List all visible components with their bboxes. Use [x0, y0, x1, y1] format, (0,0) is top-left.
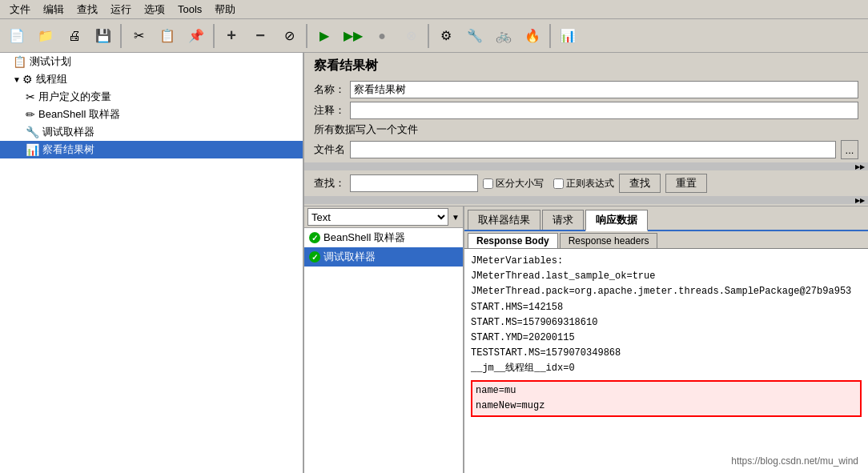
- search-label: 查找：: [314, 176, 345, 190]
- tree-item-debug[interactable]: 🔧 调试取样器: [0, 123, 303, 141]
- tree-label-test-plan: 测试计划: [30, 54, 71, 69]
- menu-help[interactable]: 帮助: [208, 1, 242, 18]
- highlight-line-0: name=mu: [476, 383, 857, 399]
- comment-input[interactable]: [350, 102, 858, 119]
- scroll-bar-1[interactable]: ▶▶: [304, 162, 868, 170]
- name-input[interactable]: [350, 81, 858, 98]
- tabs-row: 取样器结果 请求 响应数据: [464, 206, 868, 231]
- settings-button[interactable]: ⚙: [432, 22, 460, 50]
- circle-button[interactable]: ●: [368, 22, 396, 50]
- new-button[interactable]: 📄: [3, 22, 30, 50]
- menu-run[interactable]: 运行: [104, 1, 138, 18]
- tab-response-data[interactable]: 响应数据: [585, 210, 648, 231]
- result-tree-icon: 📊: [26, 143, 39, 156]
- play-button[interactable]: ▶: [311, 22, 338, 50]
- tree-item-test-plan[interactable]: 📋 测试计划: [0, 53, 303, 70]
- find-button[interactable]: 查找: [619, 174, 661, 193]
- regex-checkbox[interactable]: [553, 178, 564, 189]
- menu-file[interactable]: 文件: [3, 1, 37, 18]
- search-input[interactable]: [350, 174, 478, 192]
- remove-button[interactable]: −: [247, 22, 274, 50]
- format-dropdown[interactable]: Text: [307, 208, 448, 226]
- case-checkbox[interactable]: [483, 178, 493, 189]
- panel-title: 察看结果树: [304, 53, 868, 79]
- tree-item-thread-group[interactable]: ▼ ⚙ 线程组: [0, 70, 303, 88]
- tree-item-result-tree[interactable]: 📊 察看结果树: [0, 141, 303, 158]
- highlight-line-1: nameNew=mugz: [476, 399, 857, 414]
- left-panel: 📋 测试计划 ▼ ⚙ 线程组 ✂ 用户定义的变量 ✏ BeanShell 取样器…: [0, 53, 304, 473]
- expand-arrow: ▼: [13, 75, 21, 84]
- name-row: 名称：: [304, 79, 868, 100]
- comment-label: 注释：: [314, 103, 345, 118]
- result-item-debug[interactable]: ✓ 调试取样器: [304, 247, 463, 267]
- regex-label: 正则表达式: [566, 177, 614, 190]
- watermark: https://blog.csdn.net/mu_wind: [731, 455, 858, 467]
- response-line-2: JMeterThread.pack=org.apache.jmeter.thre…: [471, 284, 862, 299]
- sub-tab-response-body[interactable]: Response Body: [468, 233, 558, 248]
- test-plan-icon: 📋: [13, 55, 26, 68]
- case-checkbox-label[interactable]: 区分大小写: [483, 177, 544, 190]
- separator-1: [120, 24, 122, 48]
- dropdown-arrow[interactable]: ▼: [452, 213, 460, 222]
- browse-button[interactable]: ...: [841, 140, 858, 159]
- add-button[interactable]: +: [218, 22, 245, 50]
- response-line-3: START.HMS=142158: [471, 300, 862, 315]
- fire-button[interactable]: 🔥: [519, 22, 546, 50]
- search-row: 查找： 区分大小写 正则表达式 查找 重置: [304, 172, 868, 194]
- result-list-body: ✓ BeanShell 取样器 ✓ 调试取样器: [304, 228, 463, 473]
- toolbar: 📄 📁 🖨 💾 ✂ 📋 📌 + − ⊘ ▶ ▶▶ ● ⊗ ⚙ 🔧 🚲 🔥 📊: [0, 19, 868, 53]
- copy-button[interactable]: 📋: [154, 22, 181, 50]
- bottom-split: Text ▼ ✓ BeanShell 取样器 ✓ 调试取样器: [304, 206, 868, 473]
- response-content: JMeterVariables: JMeterThread.last_sampl…: [464, 249, 868, 473]
- response-line-7: __jm__线程组__idx=0: [471, 361, 862, 376]
- bike-button[interactable]: 🚲: [490, 22, 517, 50]
- scroll-bar-2[interactable]: ▶▶: [304, 196, 868, 204]
- filename-row: 文件名 ...: [304, 138, 868, 161]
- paste-button[interactable]: 📌: [183, 22, 210, 50]
- diagonal-button[interactable]: ⊘: [275, 22, 303, 50]
- fast-play-button[interactable]: ▶▶: [340, 22, 367, 50]
- separator-5: [549, 24, 551, 48]
- user-vars-icon: ✂: [26, 90, 35, 103]
- filename-label: 文件名: [314, 142, 345, 157]
- table-button[interactable]: 📊: [554, 22, 581, 50]
- result-list-header: Text ▼: [304, 206, 463, 228]
- separator-3: [306, 24, 307, 48]
- tree-item-beanshell[interactable]: ✏ BeanShell 取样器: [0, 106, 303, 123]
- filename-input[interactable]: [350, 141, 836, 158]
- menu-tools[interactable]: Tools: [171, 2, 208, 17]
- reset-button[interactable]: 重置: [665, 174, 707, 193]
- cut-button[interactable]: ✂: [125, 22, 152, 50]
- save-button[interactable]: 💾: [90, 22, 117, 50]
- open-button[interactable]: 📁: [32, 22, 59, 50]
- menubar: 文件 编辑 查找 运行 选项 Tools 帮助: [0, 0, 868, 19]
- menu-options[interactable]: 选项: [138, 1, 171, 18]
- stop-button[interactable]: ⊗: [397, 22, 424, 50]
- write-all-label: 所有数据写入一个文件: [304, 121, 868, 138]
- response-line-0: JMeterVariables:: [471, 254, 862, 269]
- response-line-4: START.MS=1579069318610: [471, 315, 862, 331]
- name-label: 名称：: [314, 82, 345, 97]
- sub-tab-response-headers[interactable]: Response headers: [560, 233, 658, 248]
- scroll-right-arrow: ▶▶: [855, 163, 865, 170]
- menu-find[interactable]: 查找: [70, 1, 104, 18]
- result-label-debug: 调试取样器: [323, 250, 376, 264]
- tools-button[interactable]: 🔧: [461, 22, 488, 50]
- sub-tabs-row: Response Body Response headers: [464, 231, 868, 249]
- regex-checkbox-label[interactable]: 正则表达式: [553, 177, 614, 190]
- response-line-1: JMeterThread.last_sample_ok=true: [471, 269, 862, 284]
- print-button[interactable]: 🖨: [61, 22, 88, 50]
- tab-sampler-result[interactable]: 取样器结果: [468, 210, 540, 230]
- status-icon-beanshell: ✓: [309, 232, 320, 243]
- tree-label-beanshell: BeanShell 取样器: [38, 107, 120, 122]
- thread-group-icon: ⚙: [22, 73, 33, 86]
- search-options: 区分大小写 正则表达式: [483, 177, 614, 190]
- separator-4: [428, 24, 429, 48]
- main-container: 📋 测试计划 ▼ ⚙ 线程组 ✂ 用户定义的变量 ✏ BeanShell 取样器…: [0, 53, 868, 473]
- result-item-beanshell[interactable]: ✓ BeanShell 取样器: [304, 228, 463, 247]
- case-label: 区分大小写: [496, 177, 544, 190]
- tab-request[interactable]: 请求: [542, 210, 584, 230]
- separator-2: [213, 24, 215, 48]
- tree-item-user-vars[interactable]: ✂ 用户定义的变量: [0, 88, 303, 106]
- menu-edit[interactable]: 编辑: [37, 1, 70, 18]
